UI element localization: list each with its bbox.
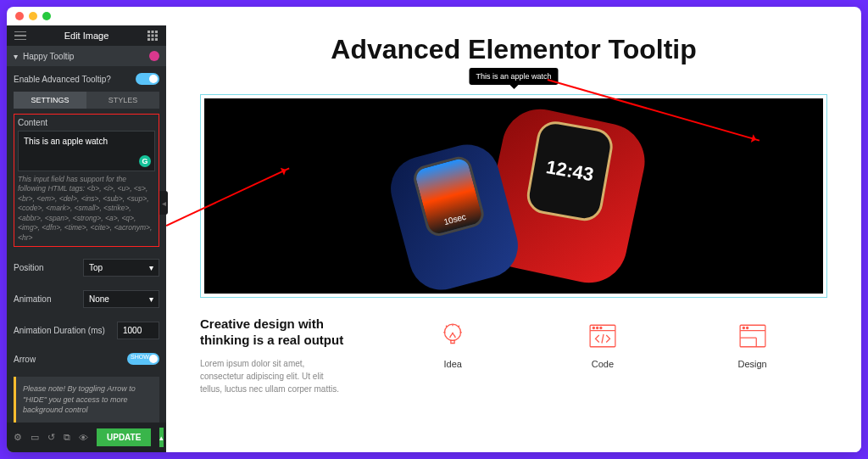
image-widget-frame[interactable]: 12:43 10sec xyxy=(200,94,827,298)
svg-rect-7 xyxy=(152,38,154,41)
hero-image: 12:43 10sec xyxy=(204,98,823,294)
feature-design-label: Design xyxy=(737,359,766,369)
svg-rect-6 xyxy=(147,38,150,41)
minimize-dot[interactable] xyxy=(29,12,37,20)
content-body: Lorem ipsum dolor sit amet, consectetur … xyxy=(200,357,344,395)
svg-rect-2 xyxy=(155,31,158,33)
svg-rect-4 xyxy=(152,35,154,37)
preview-canvas: Advanced Elementor Tooltip This is an ap… xyxy=(166,25,861,452)
svg-rect-1 xyxy=(152,31,154,33)
content-heading: Creative design with thinking is a real … xyxy=(200,316,344,349)
content-help-text: This input field has support for the fol… xyxy=(18,175,155,243)
history-icon[interactable]: ↺ xyxy=(47,432,55,443)
apps-grid-icon[interactable] xyxy=(146,29,159,42)
layout-icon xyxy=(738,322,767,350)
position-value: Top xyxy=(89,263,103,272)
section-label: Happy Tooltip xyxy=(23,52,149,61)
chevron-down-icon: ▾ xyxy=(149,294,153,304)
enable-tooltip-toggle[interactable] xyxy=(136,73,159,85)
svg-point-11 xyxy=(593,327,594,328)
position-select[interactable]: Top ▾ xyxy=(83,259,159,277)
feature-code-label: Code xyxy=(592,359,614,369)
content-textarea[interactable]: This is an apple watch G xyxy=(18,131,155,171)
content-field-highlight: Content This is an apple watch G This in… xyxy=(14,114,159,247)
section-happy-tooltip[interactable]: ▾ Happy Tooltip xyxy=(7,46,166,66)
position-label: Position xyxy=(14,263,44,272)
arrow-note: Please note! By toggling Arrow to "HIDE"… xyxy=(14,377,159,423)
panel-title: Edit Image xyxy=(64,31,109,41)
duration-label: Animation Duration (ms) xyxy=(14,326,105,335)
tab-settings[interactable]: SETTINGS xyxy=(14,92,86,109)
update-caret-button[interactable]: ▴ xyxy=(159,428,164,447)
feature-idea: Idea xyxy=(438,322,467,369)
close-dot[interactable] xyxy=(15,12,24,20)
preview-icon[interactable]: 👁 xyxy=(79,433,88,443)
content-value: This is an apple watch xyxy=(24,137,108,146)
menu-icon[interactable] xyxy=(14,29,27,42)
tab-styles[interactable]: STYLES xyxy=(86,92,159,109)
animation-select[interactable]: None ▾ xyxy=(83,290,159,308)
responsive-mode-icon[interactable]: ⧉ xyxy=(64,432,70,443)
tooltip-preview: This is an apple watch xyxy=(469,68,558,85)
settings-icon[interactable]: ⚙ xyxy=(14,432,22,443)
svg-rect-5 xyxy=(155,35,158,37)
duration-input[interactable]: 1000 xyxy=(117,322,159,339)
arrow-label: Arrow xyxy=(14,355,36,364)
panel-collapse-handle[interactable]: ◂ xyxy=(159,191,168,215)
arrow-toggle[interactable]: SHOW xyxy=(127,353,159,365)
watch-small-text: 10sec xyxy=(442,212,467,227)
svg-rect-8 xyxy=(155,38,158,41)
animation-label: Animation xyxy=(14,294,51,304)
svg-rect-0 xyxy=(147,31,150,33)
svg-point-12 xyxy=(596,327,598,328)
update-button[interactable]: UPDATE xyxy=(97,428,151,446)
chevron-down-icon: ▾ xyxy=(149,263,153,272)
svg-point-16 xyxy=(746,327,748,328)
svg-point-13 xyxy=(600,327,602,328)
feature-code: Code xyxy=(588,322,617,369)
svg-rect-3 xyxy=(147,35,150,37)
content-label: Content xyxy=(18,118,155,127)
lightbulb-icon xyxy=(438,322,467,350)
watch-face-time: 12:43 xyxy=(544,156,595,186)
animation-value: None xyxy=(89,294,109,304)
section-indicator-icon xyxy=(149,51,159,61)
editor-sidebar: Edit Image ▾ Happy Tooltip Enable Advanc… xyxy=(7,25,166,452)
grammarly-icon[interactable]: G xyxy=(139,155,151,167)
window-titlebar xyxy=(7,7,861,25)
feature-design: Design xyxy=(737,322,766,369)
code-window-icon xyxy=(588,322,617,350)
svg-point-15 xyxy=(743,327,744,328)
arrow-toggle-text: SHOW xyxy=(131,354,149,360)
navigator-icon[interactable]: ▭ xyxy=(31,432,39,443)
maximize-dot[interactable] xyxy=(42,12,51,20)
caret-down-icon: ▾ xyxy=(14,52,18,61)
page-title: Advanced Elementor Tooltip xyxy=(200,34,827,65)
feature-idea-label: Idea xyxy=(444,359,462,369)
enable-tooltip-label: Enable Advanced Tooltip? xyxy=(14,75,111,84)
